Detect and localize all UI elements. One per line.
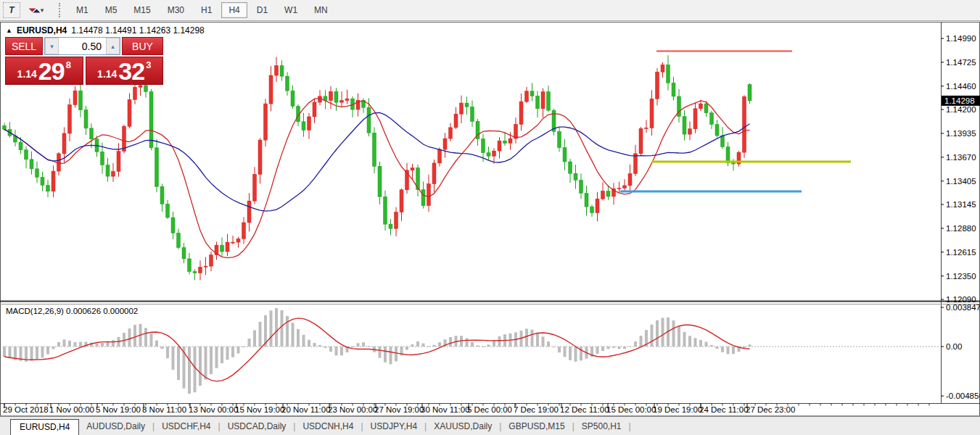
price-axis-label: 1.13145: [946, 200, 976, 209]
price-axis-label: 1.12615: [946, 248, 976, 257]
time-axis-label: 29 Oct 2018: [3, 405, 49, 414]
timeframe-button-d1[interactable]: D1: [250, 2, 275, 18]
price-axis-label: 1.14460: [946, 82, 976, 91]
new-order-button[interactable]: ▾: [22, 2, 51, 18]
current-price-label: 1.14298: [944, 96, 975, 105]
price-axis-label: 1.13670: [946, 153, 976, 162]
sell-price-pips: 29: [38, 60, 65, 82]
time-axis-label: 15 Nov 19:00: [235, 405, 284, 414]
new-order-icon: [29, 5, 39, 15]
chart-tab-gbpusd-m15[interactable]: GBPUSD,M15: [501, 419, 572, 435]
lot-decrease-button[interactable]: ▾: [45, 38, 59, 54]
sell-price-point: 8: [66, 59, 71, 70]
timeframe-button-m5[interactable]: M5: [98, 2, 125, 18]
chart-tab-usdchf-h4[interactable]: USDCHF,H4: [155, 419, 218, 435]
timeframe-button-m30[interactable]: M30: [160, 2, 192, 18]
time-axis-label: 7 Dec 19:00: [514, 405, 559, 414]
time-axis-label: 19 Dec 19:00: [653, 405, 702, 414]
tab-divider: |: [629, 421, 631, 435]
chart-tab-audusd-daily[interactable]: AUDUSD,Daily: [79, 419, 152, 435]
time-axis-label: 24 Dec 11:00: [699, 405, 749, 414]
price-axis-label: 1.14990: [946, 34, 976, 43]
chart-header: ▲ EURUSD,H4 1.14478 1.14491 1.14263 1.14…: [6, 25, 205, 36]
chart-tab-sp500-h1[interactable]: SP500,H1: [575, 419, 629, 435]
timeframe-button-m15[interactable]: M15: [126, 2, 157, 18]
time-axis-label: 5 Nov 19:00: [96, 405, 141, 414]
sell-price-prefix: 1.14: [17, 66, 37, 82]
time-axis-label: 1 Nov 00:00: [49, 405, 94, 414]
text-tool-button[interactable]: T: [3, 2, 20, 18]
timeframe-button-h4[interactable]: H4: [221, 2, 247, 18]
chart-tab-eurusd-h4[interactable]: EURUSD,H4: [10, 419, 79, 435]
macd-axis-label: 0.003847: [946, 303, 980, 312]
ohlc-values: 1.14478 1.14491 1.14263 1.14298: [71, 25, 205, 36]
time-axis-label: 30 Nov 11:00: [421, 405, 470, 414]
lot-size-input[interactable]: [59, 38, 106, 54]
sell-button[interactable]: SELL: [5, 37, 43, 55]
chart-tab-xauusd-daily[interactable]: XAUUSD,Daily: [427, 419, 499, 435]
time-axis-label: 15 Dec 00:00: [606, 405, 656, 414]
buy-price-pips: 32: [118, 60, 144, 82]
chart-tab-bar: EURUSD,H4AUDUSD,Daily|USDCHF,H4|USDCAD,D…: [0, 416, 980, 435]
toolbar: T ▾ M1M5M15M30H1H4D1W1MN: [0, 0, 980, 21]
time-axis-label: 13 Nov 00:00: [189, 405, 238, 414]
price-axis-label: 1.14725: [946, 58, 976, 67]
price-axis-label: 1.13405: [946, 177, 976, 186]
time-axis-label: 23 Nov 00:00: [328, 405, 377, 414]
toolbar-drag-handle[interactable]: [59, 3, 63, 17]
price-axis-label: 1.12880: [946, 224, 976, 233]
one-click-trading-panel: SELL ▾ ▴ BUY 1.14 29 8 1.14 32 3: [5, 37, 163, 85]
time-axis-label: 5 Dec 00:00: [467, 405, 512, 414]
time-axis-label: 27 Dec 23:00: [746, 405, 795, 414]
timeframe-button-m1[interactable]: M1: [69, 2, 96, 18]
price-axis-label: 1.12350: [946, 272, 976, 281]
macd-axis-label: 0.00: [946, 342, 962, 351]
time-axis-label: 12 Dec 11:00: [560, 405, 609, 414]
price-axis-label: 1.14200: [946, 105, 976, 114]
buy-price-button[interactable]: 1.14 32 3: [86, 57, 164, 85]
buy-price-point: 3: [146, 59, 151, 70]
chart-tab-usdcad-daily[interactable]: USDCAD,Daily: [221, 419, 294, 435]
time-axis-label: 20 Nov 11:00: [281, 405, 331, 414]
mt4-window: 1.149901.147251.144601.142001.139351.136…: [0, 0, 980, 435]
symbol-label: EURUSD,H4: [17, 25, 67, 36]
collapse-panel-icon[interactable]: ▲: [6, 27, 12, 34]
price-axis-label: 1.13935: [946, 129, 976, 138]
timeframe-button-mn[interactable]: MN: [307, 2, 335, 18]
timeframe-button-h1[interactable]: H1: [194, 2, 219, 18]
time-axis-label: 8 Nov 11:00: [142, 405, 186, 414]
sell-price-button[interactable]: 1.14 29 8: [5, 57, 83, 85]
timeframe-button-w1[interactable]: W1: [277, 2, 305, 18]
lot-increase-button[interactable]: ▴: [106, 38, 120, 54]
time-axis: 29 Oct 20181 Nov 00:005 Nov 19:008 Nov 1…: [3, 404, 929, 415]
chevron-down-icon: ▾: [41, 7, 44, 14]
time-axis-label: 27 Nov 19:00: [374, 405, 424, 414]
chart-tab-usdjpy-h4[interactable]: USDJPY,H4: [363, 419, 424, 435]
macd-axis-label: -0.004856: [946, 392, 980, 400]
buy-button[interactable]: BUY: [122, 37, 163, 55]
chart-tab-usdcnh-h4[interactable]: USDCNH,H4: [295, 419, 361, 435]
timeframe-bar: M1M5M15M30H1H4D1W1MN: [69, 2, 335, 18]
lot-stepper: ▾ ▴: [44, 37, 120, 55]
buy-price-prefix: 1.14: [97, 66, 117, 82]
macd-indicator-label: MACD(12,26,9) 0.000626 0.000002: [6, 307, 138, 315]
